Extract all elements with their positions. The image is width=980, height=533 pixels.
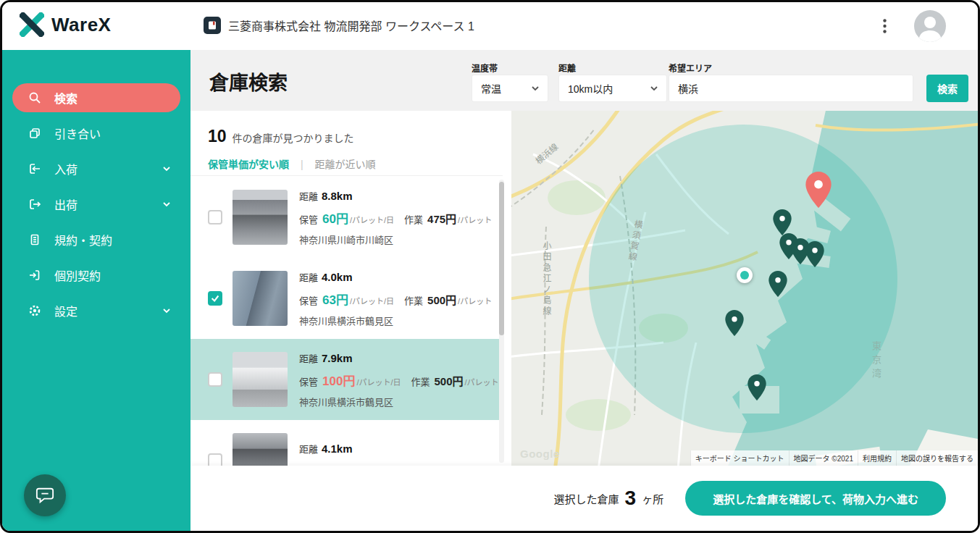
warehouse-list-item[interactable]: 距離4.1km 保管 100円 /パレット/日 作業 500円 /パレット	[190, 420, 503, 466]
keyboard-shortcuts-link[interactable]: キーボード ショートカット	[690, 450, 789, 466]
sidebar-item-inquiries[interactable]: 引き合い	[12, 119, 180, 148]
area-input[interactable]	[669, 75, 913, 102]
terms-of-use-link[interactable]: 利用規約	[858, 450, 896, 466]
highlighted-warehouse-pin[interactable]	[805, 172, 832, 211]
warehouse-list: 距離8.8km 保管 60円 /パレット/日 作業 475円 /パレット 神奈川…	[190, 177, 503, 466]
map[interactable]: 横浜線 小田急江ノ島線 横須賀線 東京湾 Google キ	[511, 111, 978, 466]
work-price: 500円	[435, 373, 464, 388]
distance-select[interactable]: 10km以内	[558, 75, 667, 102]
selected-unit: ヶ所	[642, 491, 663, 506]
selection-summary: 選択した倉庫 3 ヶ所	[554, 487, 664, 510]
sidebar-item-individual-contract[interactable]: 個別契約	[12, 261, 180, 290]
selected-label: 選択した倉庫	[554, 491, 619, 506]
map-canvas	[511, 111, 978, 466]
chevron-down-icon	[532, 86, 539, 91]
logo-text: WareX	[51, 14, 111, 36]
google-logo: Google	[520, 448, 560, 460]
warehouse-info: 距離4.1km 保管 100円 /パレット/日 作業 500円 /パレット	[299, 442, 499, 466]
inquiries-icon	[28, 127, 41, 140]
sidebar-item-label: 検索	[54, 89, 78, 106]
distance-label: 距離	[299, 444, 318, 455]
warehouse-address: 神奈川県横浜市鶴見区	[299, 314, 492, 327]
work-unit: /パレット	[458, 214, 492, 225]
warehouse-checkbox[interactable]	[208, 291, 222, 306]
storage-label: 保管	[299, 212, 318, 226]
work-label: 作業	[404, 212, 423, 226]
app-window: WareX 三菱商事株式会社 物流開発部 ワークスペース 1 検索	[0, 0, 980, 533]
chat-bubble-icon	[35, 486, 54, 505]
temperature-select[interactable]: 常温	[472, 75, 548, 102]
sidebar-item-search[interactable]: 検索	[12, 83, 180, 112]
work-unit: /パレット	[465, 376, 499, 387]
outbound-icon	[28, 198, 41, 211]
storage-unit: /パレット/日	[350, 295, 394, 306]
area-label: 希望エリア	[669, 62, 712, 74]
sort-separator: |	[301, 159, 303, 170]
warehouse-pin[interactable]	[805, 241, 824, 270]
scrollbar-thumb[interactable]	[499, 182, 504, 335]
chevron-down-icon	[163, 309, 170, 314]
map-data-copyright: 地図データ ©2021	[789, 450, 858, 466]
sidebar-nav: 検索 引き合い 入荷 出荷 規約・契約 個別契約	[2, 50, 190, 325]
distance-value: 4.0km	[322, 271, 353, 283]
logo[interactable]: WareX	[20, 12, 111, 37]
list-scrollbar[interactable]	[499, 180, 504, 463]
work-label: 作業	[411, 374, 430, 388]
chat-button[interactable]	[24, 474, 66, 516]
avatar[interactable]	[914, 10, 946, 42]
storage-unit: /パレット/日	[356, 376, 401, 387]
search-button[interactable]: 検索	[926, 75, 968, 102]
workspace-icon	[204, 17, 221, 34]
distance-label: 距離	[299, 272, 318, 283]
document-icon	[28, 233, 41, 246]
results-count-line: 10 件の倉庫が見つかりました	[208, 127, 485, 146]
results-count: 10	[208, 127, 227, 146]
storage-label: 保管	[299, 293, 318, 307]
search-center-marker	[737, 267, 753, 283]
warehouse-checkbox[interactable]	[208, 210, 222, 224]
results-count-text: 件の倉庫が見つかりました	[233, 130, 354, 145]
sidebar-item-terms[interactable]: 規約・契約	[12, 225, 180, 254]
sidebar-item-inbound[interactable]: 入荷	[12, 154, 180, 183]
workspace-title: 三菱商事株式会社 物流開発部 ワークスペース 1	[228, 17, 474, 34]
warehouse-photo	[233, 433, 288, 466]
search-header: 倉庫検索 温度帯 常温 距離 10km以内 希望エリア 検索	[190, 50, 978, 111]
workspace-switcher[interactable]: 三菱商事株式会社 物流開発部 ワークスペース 1	[204, 17, 474, 34]
sidebar-item-label: 個別契約	[54, 266, 101, 284]
warehouse-list-item[interactable]: 距離4.0km 保管 63円 /パレット/日 作業 500円 /パレット 神奈川…	[190, 258, 503, 339]
warehouse-address: 神奈川県横浜市鶴見区	[299, 395, 499, 408]
warehouse-pin[interactable]	[725, 310, 744, 339]
sidebar-item-label: 出荷	[54, 196, 78, 213]
warehouse-checkbox[interactable]	[208, 453, 222, 466]
sort-by-distance[interactable]: 距離が近い順	[314, 159, 375, 170]
sidebar-item-label: 引き合い	[54, 125, 101, 142]
distance-value: 4.1km	[322, 442, 353, 455]
warehouse-list-item[interactable]: 距離8.8km 保管 60円 /パレット/日 作業 475円 /パレット 神奈川…	[190, 177, 503, 258]
temperature-label: 温度帯	[472, 62, 498, 74]
storage-unit: /パレット/日	[350, 214, 394, 225]
warehouse-list-item[interactable]: 距離7.9km 保管 100円 /パレット/日 作業 500円 /パレット 神奈…	[190, 339, 503, 420]
sort-by-price[interactable]: 保管単価が安い順	[208, 159, 289, 170]
confirm-selection-button[interactable]: 選択した倉庫を確認して、荷物入力へ進む	[685, 481, 946, 516]
distance-label: 距離	[558, 62, 576, 74]
sidebar-item-outbound[interactable]: 出荷	[12, 190, 180, 219]
kebab-icon	[883, 19, 887, 33]
warehouse-pin[interactable]	[768, 271, 787, 300]
work-label: 作業	[404, 293, 423, 307]
inbound-icon	[28, 162, 41, 175]
work-unit: /パレット	[458, 295, 492, 306]
more-menu-button[interactable]	[876, 18, 892, 34]
chevron-down-icon	[650, 86, 658, 91]
warehouse-info: 距離4.0km 保管 63円 /パレット/日 作業 500円 /パレット 神奈川…	[299, 270, 492, 327]
work-price: 500円	[427, 292, 456, 307]
sidebar: 検索 引き合い 入荷 出荷 規約・契約 個別契約	[2, 50, 190, 531]
warehouse-pin[interactable]	[747, 374, 766, 403]
warehouse-photo	[233, 352, 288, 407]
distance-value: 8.8km	[322, 190, 353, 202]
gear-icon	[28, 304, 41, 317]
warehouse-checkbox[interactable]	[208, 372, 222, 387]
report-map-error-link[interactable]: 地図の誤りを報告する	[896, 450, 978, 466]
sidebar-item-settings[interactable]: 設定	[12, 296, 180, 325]
distance-label: 距離	[299, 353, 318, 364]
distance-value: 7.9km	[322, 352, 353, 364]
